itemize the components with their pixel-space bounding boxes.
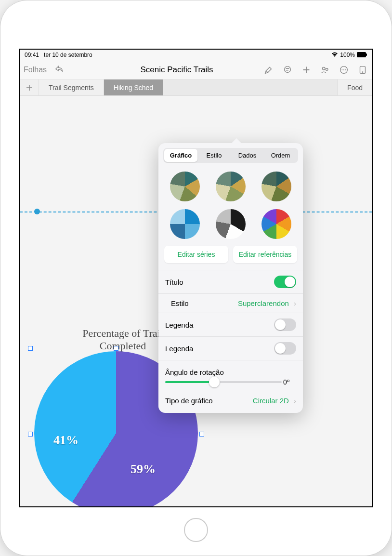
row-titulo[interactable]: Título — [158, 270, 303, 293]
add-sheet-button[interactable] — [20, 79, 39, 95]
svg-rect-1 — [366, 53, 367, 56]
chart-style-swatch-3[interactable] — [261, 172, 291, 201]
legenda-toggle-1[interactable] — [274, 318, 296, 331]
chart-style-swatch-6[interactable] — [261, 209, 291, 239]
format-brush-button[interactable] — [262, 62, 274, 78]
row-legenda-2[interactable]: Legenda — [158, 336, 303, 360]
undo-button[interactable] — [52, 62, 67, 78]
svg-point-8 — [326, 68, 328, 70]
estilo-value: Superclarendon — [238, 299, 289, 307]
row-label: Título — [165, 278, 183, 286]
chart-style-swatch-1[interactable] — [170, 172, 200, 201]
legenda-toggle-2[interactable] — [274, 342, 296, 355]
chart-type-value: Circular 2D — [253, 397, 289, 405]
wifi-icon — [331, 52, 338, 59]
svg-point-7 — [322, 67, 325, 70]
svg-point-2 — [284, 66, 290, 72]
ipad-device: 09:41 ter 10 de setembro 100% Folhas — [0, 0, 392, 556]
battery-icon — [357, 52, 367, 59]
sheet-tab-food[interactable]: Food — [337, 79, 372, 95]
status-right: 100% — [331, 52, 367, 59]
rotation-slider[interactable] — [165, 381, 282, 383]
rotation-value: 0º — [283, 378, 289, 386]
row-label: Legenda — [165, 344, 193, 353]
row-chart-type[interactable]: Tipo de gráfico Circular 2D › — [158, 391, 303, 410]
segment-ordem[interactable]: Ordem — [264, 149, 297, 162]
status-left: 09:41 ter 10 de setembro — [25, 52, 92, 58]
document-panel-button[interactable] — [356, 62, 368, 78]
chevron-right-icon: › — [294, 299, 296, 307]
row-rotation: Ângulo de rotação 0º — [158, 360, 303, 391]
row-estilo[interactable]: Estilo Superclarendon › — [158, 293, 303, 313]
sheet-tab-hiking-sched[interactable]: Hiking Sched — [104, 79, 164, 95]
resize-handle[interactable] — [199, 432, 204, 437]
svg-point-12 — [345, 69, 346, 70]
segment-estilo[interactable]: Estilo — [197, 149, 231, 162]
pie-slice-label-41: 41% — [53, 433, 78, 448]
sheet-tab-trail-segments[interactable]: Trail Segments — [39, 79, 104, 95]
segment-grafico[interactable]: Gráfico — [164, 149, 197, 162]
add-button[interactable] — [300, 62, 312, 78]
edit-series-button[interactable]: Editar séries — [164, 246, 228, 263]
screen: 09:41 ter 10 de setembro 100% Folhas — [19, 49, 373, 507]
segment-dados[interactable]: Dados — [231, 149, 264, 162]
rotation-label: Ângulo de rotação — [165, 363, 296, 376]
status-time: 09:41 — [25, 52, 39, 58]
titulo-toggle[interactable] — [274, 276, 296, 288]
chart-style-swatch-4[interactable] — [170, 209, 200, 239]
row-label: Estilo — [171, 299, 189, 307]
popover-segmented-control: Gráfico Estilo Dados Ordem — [163, 148, 298, 163]
chart-style-swatches — [158, 167, 303, 246]
resize-handle[interactable] — [28, 432, 33, 437]
edit-references-button[interactable]: Editar referências — [233, 246, 297, 263]
status-date: ter 10 de setembro — [44, 52, 92, 58]
row-label: Tipo de gráfico — [165, 397, 213, 405]
document-title[interactable]: Scenic Pacific Trails — [91, 65, 262, 75]
guide-handle[interactable] — [34, 209, 40, 214]
svg-point-10 — [341, 69, 342, 70]
collaborate-button[interactable] — [319, 62, 331, 78]
slider-thumb[interactable] — [209, 377, 220, 387]
resize-handle[interactable] — [28, 346, 33, 351]
chart-style-swatch-2[interactable] — [216, 172, 246, 201]
battery-pct: 100% — [340, 52, 355, 58]
status-bar: 09:41 ter 10 de setembro 100% — [20, 50, 372, 60]
back-button[interactable]: Folhas — [24, 66, 47, 74]
pie-slice-label-59: 59% — [131, 462, 156, 477]
canvas[interactable]: Percentage of Trail Completed 41% 59% G — [20, 96, 372, 506]
row-legenda-1[interactable]: Legenda — [158, 313, 303, 336]
svg-point-14 — [362, 71, 363, 73]
chevron-right-icon: › — [294, 397, 296, 405]
sheet-tabs: Trail Segments Hiking Sched Food — [20, 79, 372, 96]
chart-style-swatch-5[interactable] — [216, 209, 246, 239]
format-popover: Gráfico Estilo Dados Ordem Editar séries… — [158, 143, 303, 413]
svg-rect-0 — [357, 52, 366, 57]
app-toolbar: Folhas Scenic Pacific Trails — [20, 60, 372, 79]
home-button[interactable] — [184, 518, 208, 542]
row-label: Legenda — [165, 321, 193, 329]
comment-icon[interactable] — [281, 62, 293, 78]
svg-point-11 — [343, 69, 344, 70]
popover-list: Título Estilo Superclarendon › Legenda — [158, 270, 303, 410]
more-button[interactable] — [338, 62, 350, 78]
